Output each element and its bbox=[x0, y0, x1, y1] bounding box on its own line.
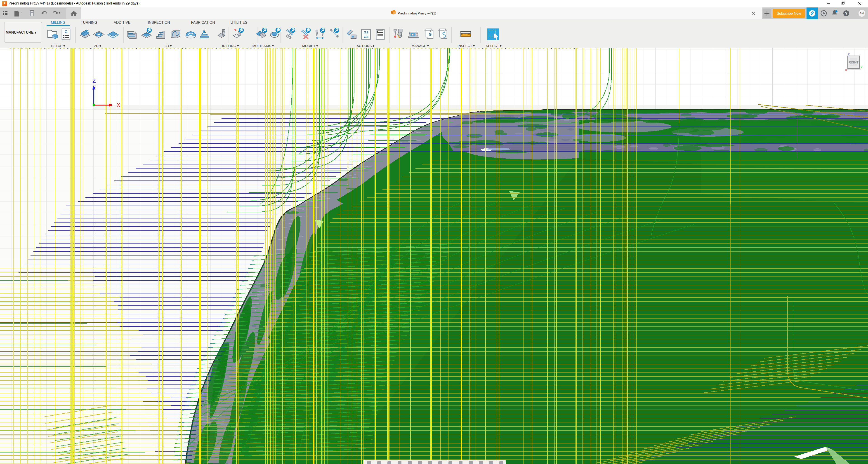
svg-text:SETUP ▾: SETUP ▾ bbox=[51, 44, 65, 48]
svg-text:ADDITIVE: ADDITIVE bbox=[114, 21, 130, 24]
svg-text:TURNING: TURNING bbox=[81, 21, 97, 24]
svg-text:INSPECT ▾: INSPECT ▾ bbox=[458, 44, 475, 48]
svg-text:X: X bbox=[117, 102, 120, 108]
svg-text:PM: PM bbox=[860, 12, 864, 15]
svg-text:FABRICATION: FABRICATION bbox=[191, 21, 215, 24]
svg-text:Y: Y bbox=[860, 65, 863, 69]
svg-text:Subscribe Now: Subscribe Now bbox=[777, 11, 801, 15]
svg-text:G1: G1 bbox=[364, 30, 368, 34]
svg-text:MANUFACTURE ▾: MANUFACTURE ▾ bbox=[6, 31, 37, 34]
svg-text:RIGHT: RIGHT bbox=[848, 61, 859, 64]
svg-text:G: G bbox=[429, 33, 432, 36]
svg-text:Z: Z bbox=[92, 78, 96, 84]
svg-text:MILLING: MILLING bbox=[51, 21, 65, 24]
svg-text:ACTIONS ▾: ACTIONS ▾ bbox=[357, 44, 375, 48]
svg-text:MULTI-AXIS ▾: MULTI-AXIS ▾ bbox=[252, 44, 274, 48]
svg-text:SELECT ▾: SELECT ▾ bbox=[486, 44, 502, 48]
svg-text:X: X bbox=[845, 68, 847, 72]
svg-text:G2: G2 bbox=[364, 35, 368, 39]
svg-text:MANAGE ▾: MANAGE ▾ bbox=[412, 44, 429, 48]
svg-text:3D ▾: 3D ▾ bbox=[165, 44, 172, 48]
svg-text:DRILLING ▾: DRILLING ▾ bbox=[221, 44, 239, 48]
svg-text:?: ? bbox=[845, 11, 847, 15]
svg-text:Predni naboj Pravy v4*(1): Predni naboj Pravy v4*(1) bbox=[398, 11, 436, 15]
svg-text:UTILITIES: UTILITIES bbox=[230, 21, 248, 24]
svg-text:MODIFY ▾: MODIFY ▾ bbox=[302, 44, 318, 48]
svg-text:G: G bbox=[64, 30, 67, 34]
svg-text:INSPECTION: INSPECTION bbox=[148, 21, 170, 24]
svg-text:2D ▾: 2D ▾ bbox=[94, 44, 101, 48]
svg-text:Z: Z bbox=[848, 52, 850, 56]
